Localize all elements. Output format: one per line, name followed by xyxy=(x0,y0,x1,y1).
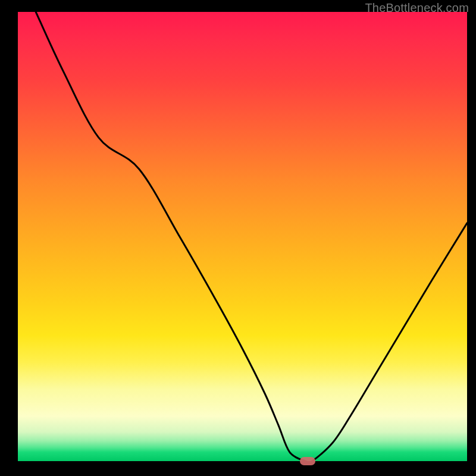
chart-minimum-marker xyxy=(300,457,315,465)
chart-plot-area xyxy=(18,12,467,461)
chart-curve xyxy=(18,12,467,461)
chart-frame: TheBottleneck.com xyxy=(0,0,476,476)
